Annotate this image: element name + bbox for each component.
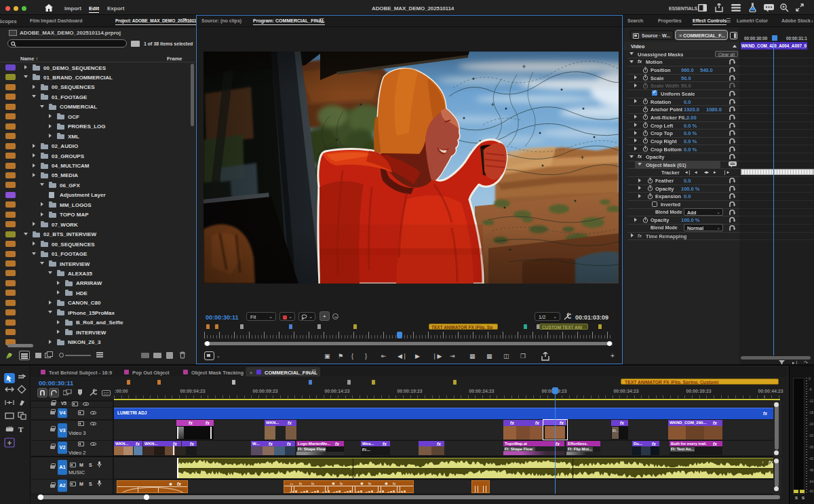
svg-text:T: T: [18, 425, 24, 433]
